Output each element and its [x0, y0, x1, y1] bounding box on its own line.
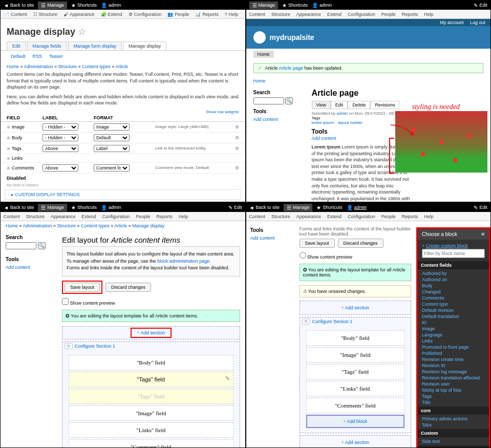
block-option[interactable]: Published [422, 350, 485, 356]
save-layout-button[interactable]: Save layout [300, 239, 335, 248]
discard-changes-button[interactable]: Discard changes [105, 283, 151, 292]
format-select[interactable]: Label [94, 145, 130, 152]
field-row[interactable]: Body - Hidden - Default ⚙ [1, 133, 245, 143]
menu-reports[interactable]: Reports [402, 12, 418, 17]
tab-manage-form[interactable]: Manage form display [68, 41, 122, 50]
block-admin-link[interactable]: block administration page [157, 259, 209, 264]
tab-edit[interactable]: Edit [331, 101, 348, 109]
search-button[interactable]: 🔍 [285, 97, 293, 104]
block-option[interactable]: Default revision [422, 307, 485, 313]
edit-toggle[interactable]: ✎Edit [228, 205, 242, 210]
bc-types[interactable]: Content types [82, 64, 111, 69]
drupal-logo-icon[interactable] [253, 31, 266, 44]
show-preview-radio[interactable] [300, 252, 306, 259]
block-option[interactable]: Links [422, 338, 485, 344]
add-content-link[interactable]: Add content [6, 265, 30, 270]
show-row-weights[interactable]: Show row weights [206, 110, 239, 114]
settings-icon[interactable]: ⚙ [235, 165, 239, 170]
subtab-rss[interactable]: RSS [33, 54, 42, 59]
drag-icon[interactable] [7, 165, 10, 170]
block-option[interactable]: Revision create time [422, 356, 485, 362]
remove-section-icon[interactable]: ✕ [302, 318, 310, 325]
layout-field[interactable]: "Comments" field [69, 439, 233, 449]
tab-edit[interactable]: Edit [7, 41, 26, 50]
label-select[interactable]: - Hidden - [42, 123, 78, 131]
block-option[interactable]: Comments [422, 295, 485, 301]
block-option[interactable]: Language [422, 332, 485, 338]
block-option[interactable]: ID [422, 319, 485, 326]
configure-section-link[interactable]: Configure Section 1 [75, 344, 115, 349]
tab-view[interactable]: View [312, 101, 331, 109]
menu-extend[interactable]: 🧩Extend [101, 12, 122, 17]
settings-icon[interactable]: ⚙ [235, 124, 239, 130]
shortcuts-menu[interactable]: ★Shortcuts [71, 3, 97, 8]
settings-icon[interactable]: ⚙ [235, 146, 239, 151]
add-content-link[interactable]: Add content [253, 117, 278, 122]
menu-appearance[interactable]: 🖌Appearance [63, 12, 95, 17]
add-block-button[interactable]: Add block [306, 415, 405, 428]
custom-display-settings[interactable]: ▸ CUSTOM DISPLAY SETTINGS [5, 189, 241, 200]
add-section-button[interactable]: Add section [300, 436, 411, 448]
field-row[interactable]: Links [1, 154, 245, 163]
layout-field-ghost[interactable]: "Tags" field [69, 389, 233, 404]
subtab-default[interactable]: Default [11, 54, 26, 59]
block-option[interactable]: Primary admin actions [422, 416, 485, 422]
menu-configuration[interactable]: Configuration [348, 12, 375, 17]
layout-field[interactable]: "Links" field [306, 381, 405, 396]
back-to-site[interactable]: ◄Back to site [249, 205, 280, 210]
settings-icon[interactable]: ⚙ [235, 135, 239, 140]
edit-toggle[interactable]: ✎Edit [474, 205, 487, 210]
admin-user[interactable]: 👤admin [312, 3, 332, 8]
my-account[interactable]: My account [440, 20, 463, 25]
menu-content[interactable]: Content [249, 12, 266, 17]
layout-field[interactable]: "Links" field [69, 422, 233, 438]
menu-people[interactable]: 👥People [167, 12, 189, 17]
admin-user[interactable]: 👤admin [101, 3, 121, 8]
close-icon[interactable]: ✕ [481, 231, 485, 237]
block-option[interactable]: Image [422, 326, 485, 332]
layout-field[interactable]: "Body" field [306, 330, 405, 346]
admin-user[interactable]: 👤admin [347, 205, 367, 210]
tag-link[interactable]: lorem ipsum [312, 120, 334, 125]
menu-help[interactable]: Help [424, 12, 434, 17]
create-custom-block[interactable]: + Create custom block [422, 243, 485, 249]
label-select[interactable]: - Hidden - [42, 134, 78, 141]
tab-revisions[interactable]: Revisions [370, 101, 399, 109]
admin-user[interactable]: 👤admin [101, 205, 121, 210]
bc-home[interactable]: Home [7, 64, 19, 69]
block-option[interactable]: Revision ID [422, 362, 485, 369]
menu-structure[interactable]: Structure [271, 12, 290, 17]
bc-structure[interactable]: Structure [58, 64, 77, 69]
menu-reports[interactable]: 📊Reports [195, 12, 219, 17]
edit-toggle[interactable]: ✎Edit [474, 3, 487, 8]
block-option[interactable]: Revision translation affected [422, 375, 485, 381]
pencil-icon[interactable]: ✎ [225, 375, 230, 382]
tag-link[interactable]: layout builder [338, 120, 362, 125]
block-option[interactable]: Body [422, 283, 485, 289]
format-select[interactable]: Default [94, 134, 130, 141]
show-preview-checkbox[interactable] [62, 298, 69, 305]
search-button[interactable]: 🔍 [38, 242, 46, 249]
search-input[interactable] [6, 242, 36, 249]
block-option[interactable]: Tags [422, 393, 485, 399]
bc-article[interactable]: Article [115, 64, 128, 69]
drag-icon[interactable] [7, 135, 10, 140]
add-section-button[interactable]: Add section [300, 301, 411, 314]
home-tab[interactable]: Home [253, 51, 274, 58]
manage-menu[interactable]: ☰Manage [249, 2, 279, 9]
menu-appearance[interactable]: Appearance [296, 12, 322, 17]
bc-admin[interactable]: Administration [24, 64, 53, 69]
block-option[interactable]: Title [422, 399, 485, 406]
label-select[interactable]: Above [42, 164, 78, 172]
menu-configuration[interactable]: ⚙Configuration [129, 12, 162, 17]
tab-manage-fields[interactable]: Manage fields [27, 41, 67, 50]
remove-section-icon[interactable]: ✕ [65, 343, 73, 349]
tab-manage-display[interactable]: Manage display [123, 41, 166, 50]
menu-people[interactable]: People [381, 12, 396, 17]
menu-help[interactable]: ?Help [225, 12, 239, 17]
format-select[interactable]: Image [94, 123, 130, 131]
layout-field[interactable]: "Tags" field [306, 364, 405, 379]
configure-section-link[interactable]: Configure Section 1 [312, 319, 353, 324]
menu-extend[interactable]: Extend [327, 12, 341, 17]
favorite-icon[interactable]: ☆ [78, 27, 86, 37]
